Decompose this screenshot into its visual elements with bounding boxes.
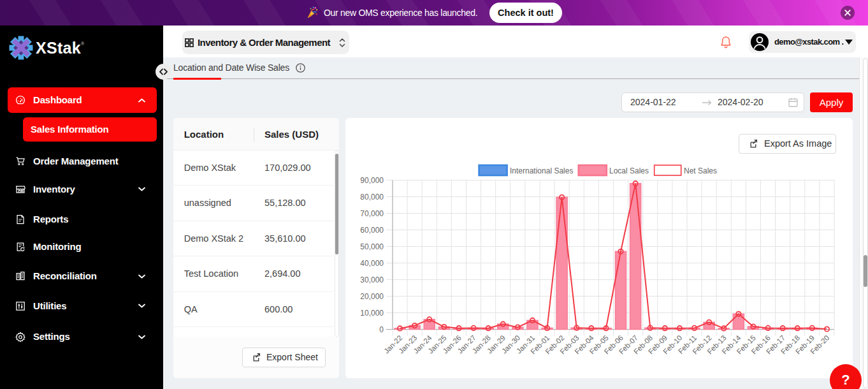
svg-text:30,000: 30,000: [360, 275, 384, 284]
svg-text:70,000: 70,000: [360, 209, 384, 217]
svg-text:0: 0: [379, 325, 384, 334]
svg-text:80,000: 80,000: [360, 192, 384, 201]
svg-text:90,000: 90,000: [360, 175, 384, 184]
svg-text:Net Sales: Net Sales: [684, 166, 717, 175]
svg-text:20,000: 20,000: [360, 291, 384, 300]
svg-text:40,000: 40,000: [360, 258, 384, 267]
svg-text:International Sales: International Sales: [510, 166, 573, 175]
svg-text:60,000: 60,000: [360, 225, 384, 234]
svg-text:50,000: 50,000: [360, 242, 384, 251]
svg-text:Local Sales: Local Sales: [609, 166, 649, 175]
svg-text:10,000: 10,000: [360, 308, 384, 317]
